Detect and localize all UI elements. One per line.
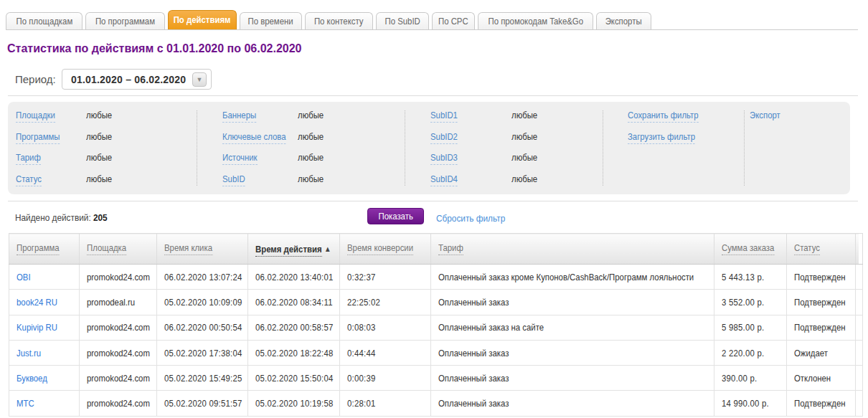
column-header-conversion-time-label[interactable]: Время конверсии bbox=[347, 242, 413, 255]
cell-spacer bbox=[856, 265, 863, 290]
column-header-action-time[interactable]: Время действия▲ bbox=[248, 234, 340, 265]
filter-link-tariff[interactable]: Тариф bbox=[16, 152, 41, 165]
tab-by-promocodes-label: По промокодам Take&Go bbox=[488, 13, 583, 29]
cell-action-time: 06.02.2020 13:40:01 bbox=[248, 265, 340, 290]
column-header-program-label[interactable]: Программа bbox=[16, 242, 60, 255]
cell-site: promokod24.com bbox=[80, 265, 157, 290]
table-row: МТСpromokod24.com05.02.2020 09:51:5705.0… bbox=[9, 391, 863, 416]
cell-order-sum: 5 985.00 р. bbox=[714, 315, 787, 340]
column-header-order-sum-label[interactable]: Сумма заказа bbox=[722, 242, 774, 255]
filter-value-subid3: любые bbox=[511, 152, 537, 163]
cell-order-sum: 390.00 р. bbox=[714, 366, 787, 391]
cell-program: book24 RU bbox=[9, 290, 80, 315]
column-header-site[interactable]: Площадка bbox=[80, 234, 157, 265]
tab-by-time-label: По времени bbox=[248, 13, 293, 29]
program-link[interactable]: Just.ru bbox=[16, 348, 44, 358]
filter-value-banners: любые bbox=[298, 110, 324, 120]
filter-link-source[interactable]: Источник bbox=[222, 152, 258, 165]
found-actions-count: 205 bbox=[93, 212, 108, 223]
export-link[interactable]: Экспорт bbox=[750, 110, 780, 122]
cell-site: promokod24.com bbox=[80, 340, 157, 365]
cell-click-time: 05.02.2020 10:09:09 bbox=[157, 290, 248, 315]
filter-link-subid1[interactable]: SubID1 bbox=[430, 110, 458, 123]
filter-link-subid4[interactable]: SubID4 bbox=[430, 174, 458, 186]
column-header-click-time[interactable]: Время клика bbox=[157, 234, 248, 265]
cell-click-time: 05.02.2020 17:38:04 bbox=[157, 340, 248, 365]
page-title: Статистика по действиям с 01.01.2020 по … bbox=[7, 42, 302, 55]
column-header-site-label[interactable]: Площадка bbox=[87, 242, 126, 255]
reset-filter-label: Сбросить фильтр bbox=[436, 213, 505, 224]
cell-tariff: Оплаченный заказ bbox=[431, 340, 714, 365]
show-button-label: Показать bbox=[378, 209, 412, 224]
column-header-action-time-label[interactable]: Время действия bbox=[255, 244, 322, 257]
program-link[interactable]: book24 RU bbox=[16, 297, 63, 308]
program-link[interactable]: МТС bbox=[16, 398, 37, 409]
cell-conversion-time: 0:00:39 bbox=[340, 366, 431, 391]
load-filter-link[interactable]: Загрузить фильтр bbox=[628, 131, 695, 144]
cell-click-time: 06.02.2020 13:07:24 bbox=[157, 265, 248, 290]
filter-link-subid[interactable]: SubID bbox=[222, 174, 245, 186]
filter-value-subid4: любые bbox=[511, 174, 537, 184]
cell-click-time: 06.02.2020 00:50:54 bbox=[157, 315, 248, 340]
show-button[interactable]: Показать bbox=[367, 208, 424, 224]
filter-separator bbox=[744, 110, 745, 186]
period-value: 01.01.2020 – 06.02.2020 bbox=[62, 74, 186, 85]
column-header-program[interactable]: Программа bbox=[9, 234, 80, 265]
program-link[interactable]: Kupivip RU bbox=[16, 322, 63, 333]
filter-separator bbox=[197, 110, 197, 186]
column-header-tariff-label[interactable]: Тариф bbox=[438, 242, 463, 255]
filter-link-programs[interactable]: Программы bbox=[16, 131, 60, 144]
tab-by-cpc-label: По CPC bbox=[438, 13, 468, 29]
sort-asc-icon: ▲ bbox=[324, 244, 331, 253]
period-dropdown-button[interactable]: ▼ bbox=[192, 72, 207, 87]
column-header-tariff[interactable]: Тариф bbox=[431, 234, 714, 265]
cell-status: Подтвержден bbox=[787, 265, 856, 290]
filter-value-subid2: любые bbox=[511, 131, 537, 142]
tab-by-time[interactable]: По времени bbox=[240, 12, 302, 29]
program-link[interactable]: Буквоед bbox=[16, 373, 52, 384]
filter-value-subid: любые bbox=[298, 174, 324, 184]
tab-by-programs[interactable]: По программам bbox=[85, 12, 165, 29]
cell-click-time: 05.02.2020 15:49:25 bbox=[157, 366, 248, 391]
cell-spacer bbox=[856, 315, 863, 340]
tab-by-subid[interactable]: По SubID bbox=[376, 12, 429, 29]
filter-link-subid3[interactable]: SubID3 bbox=[430, 152, 458, 165]
column-header-spacer bbox=[856, 234, 863, 265]
column-header-conversion-time[interactable]: Время конверсии bbox=[340, 234, 431, 265]
column-header-status[interactable]: Статус bbox=[787, 234, 856, 265]
tab-by-actions[interactable]: По действиям bbox=[168, 10, 237, 29]
filter-value-tariff: любые bbox=[86, 152, 112, 163]
reset-filter-link[interactable]: Сбросить фильтр bbox=[436, 213, 515, 224]
filter-link-keywords[interactable]: Ключевые слова bbox=[222, 131, 286, 144]
column-header-status-label[interactable]: Статус bbox=[794, 242, 820, 255]
filter-value-source: любые bbox=[298, 152, 324, 163]
cell-conversion-time: 0:44:44 bbox=[340, 340, 431, 365]
tab-by-promocodes[interactable]: По промокодам Take&Go bbox=[478, 12, 593, 29]
filter-link-banners[interactable]: Баннеры bbox=[222, 110, 256, 123]
save-filter-link[interactable]: Сохранить фильтр bbox=[628, 110, 699, 123]
table-body: OBIpromokod24.com06.02.2020 13:07:2406.0… bbox=[9, 265, 863, 417]
program-link[interactable]: OBI bbox=[16, 272, 32, 282]
column-header-order-sum[interactable]: Сумма заказа bbox=[714, 234, 787, 265]
cell-action-time: 05.02.2020 18:22:48 bbox=[248, 340, 340, 365]
period-label: Период: bbox=[15, 73, 56, 85]
filter-link-sites[interactable]: Площадки bbox=[16, 110, 55, 123]
column-header-click-time-label[interactable]: Время клика bbox=[164, 242, 212, 255]
cell-site: promokod24.com bbox=[80, 391, 157, 416]
cell-conversion-time: 0:32:37 bbox=[340, 265, 431, 290]
table-row: Буквоедpromokod24.com05.02.2020 15:49:25… bbox=[9, 366, 863, 391]
tab-by-cpc[interactable]: По CPC bbox=[432, 12, 475, 29]
tab-exports[interactable]: Экспорты bbox=[596, 12, 651, 29]
filter-link-subid2[interactable]: SubID2 bbox=[430, 131, 458, 144]
cell-program: Kupivip RU bbox=[9, 315, 80, 340]
tab-by-sites[interactable]: По площадкам bbox=[6, 12, 82, 29]
table-row: Just.rupromokod24.com05.02.2020 17:38:04… bbox=[9, 340, 863, 365]
period-input[interactable]: 01.01.2020 – 06.02.2020 ▼ bbox=[62, 69, 212, 90]
tab-by-context[interactable]: По контексту bbox=[305, 12, 373, 29]
filter-link-status[interactable]: Статус bbox=[16, 174, 42, 186]
filter-panel: Площадки любые Программы любые Тариф люб… bbox=[8, 102, 850, 194]
cell-program: МТС bbox=[9, 391, 80, 416]
divider-bottom bbox=[8, 201, 858, 201]
tab-exports-label: Экспорты bbox=[605, 13, 642, 29]
tab-by-programs-label: По программам bbox=[95, 13, 155, 29]
